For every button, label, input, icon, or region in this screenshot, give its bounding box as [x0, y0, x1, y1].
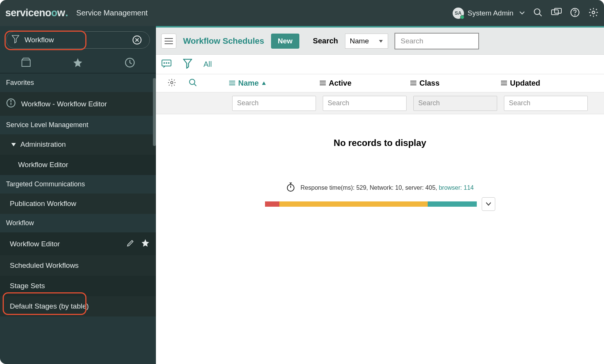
perf-widget: Response time(ms): 529, Network: 10, ser… — [265, 182, 495, 211]
slm-workflow-editor[interactable]: Workflow Editor — [0, 155, 156, 175]
personalize-gear-icon[interactable] — [167, 78, 176, 89]
gear-icon[interactable] — [588, 7, 599, 19]
perf-text: Response time(ms): 529, Network: 10, ser… — [300, 184, 439, 191]
nav-filter-box[interactable] — [6, 31, 150, 49]
nav-tab-all[interactable] — [13, 58, 39, 68]
main-frame: Workflow Schedules New Search Name All — [156, 26, 604, 364]
servicenow-logo: servicenoow. — [5, 7, 68, 19]
chevron-down-icon — [519, 10, 525, 17]
logo-dot-icon: . — [65, 7, 68, 19]
search-icon[interactable] — [533, 8, 543, 19]
col-search-name[interactable] — [232, 96, 316, 111]
col-header-name[interactable]: Name — [229, 79, 320, 88]
logo-text-a: serviceno — [5, 7, 51, 19]
wf-section-header: Workflow — [0, 214, 156, 232]
logo-text-w: w — [57, 7, 65, 19]
nav-scrollbar[interactable] — [153, 78, 156, 146]
avatar: SA — [453, 8, 464, 19]
list-title: Workflow Schedules — [183, 36, 264, 46]
app-title: Service Management — [76, 9, 148, 17]
list-header: Workflow Schedules New Search Name — [156, 28, 604, 55]
empty-state: No records to display — [156, 138, 604, 148]
favorites-section-header: Favorites — [0, 73, 156, 92]
col-header-updated[interactable]: Updated — [501, 79, 592, 88]
search-label: Search — [313, 37, 338, 45]
perf-browser-link[interactable]: browser: 114 — [439, 184, 474, 191]
col-header-class[interactable]: Class — [410, 79, 501, 88]
info-icon — [6, 98, 16, 110]
svg-line-1 — [539, 14, 542, 16]
svg-point-5 — [575, 14, 575, 15]
wf-editor-label: Workflow Editor — [10, 240, 60, 248]
svg-point-18 — [166, 63, 167, 63]
col-menu-icon — [410, 79, 416, 88]
slm-section-header: Service Level Management — [0, 116, 156, 134]
col-search-updated[interactable] — [504, 96, 588, 111]
nav-tab-strip — [0, 52, 156, 73]
left-nav: Favorites Workflow - Workflow Editor Ser… — [0, 26, 156, 364]
col-class-label: Class — [419, 79, 439, 88]
caret-down-icon — [11, 143, 16, 146]
search-input-wrap — [395, 33, 479, 49]
user-menu[interactable]: SA System Admin — [453, 8, 525, 19]
list-menu-button[interactable] — [161, 34, 176, 49]
slm-admin-row[interactable]: Administration — [0, 134, 156, 155]
perf-text-line: Response time(ms): 529, Network: 10, ser… — [286, 182, 474, 194]
search-field-select[interactable]: Name — [345, 34, 388, 49]
new-button[interactable]: New — [271, 34, 299, 49]
filter-row — [0, 26, 156, 52]
list-toolbar: All — [156, 55, 604, 74]
col-search-active[interactable] — [323, 96, 407, 111]
perf-bar — [265, 201, 477, 207]
breadcrumb-all[interactable]: All — [203, 60, 212, 69]
global-banner: servicenoow. Service Management SA Syste… — [0, 0, 604, 26]
wf-default-stages-module[interactable]: Default Stages (by table) — [0, 296, 156, 316]
perf-seg-browser — [428, 201, 477, 207]
col-name-label: Name — [238, 79, 259, 88]
clear-filter-button[interactable] — [130, 35, 144, 45]
wf-stage-sets-module[interactable]: Stage Sets — [0, 276, 156, 296]
col-search-class[interactable] — [413, 96, 497, 111]
svg-point-20 — [171, 81, 173, 84]
tc-publication-workflow[interactable]: Publication Workflow — [0, 194, 156, 214]
svg-point-12 — [11, 101, 11, 101]
filter-icon — [12, 35, 19, 45]
user-name: System Admin — [468, 9, 513, 17]
svg-point-19 — [168, 63, 169, 63]
col-menu-icon — [229, 79, 235, 88]
banner-icon-group — [533, 7, 599, 19]
tc-section-header: Targeted Communications — [0, 175, 156, 194]
col-header-active[interactable]: Active — [320, 79, 410, 88]
nav-filter-input[interactable] — [24, 35, 125, 45]
filter-funnel-icon[interactable] — [183, 59, 192, 70]
chat-icon[interactable] — [551, 8, 562, 18]
star-icon[interactable] — [141, 238, 150, 249]
nav-tab-favorites[interactable] — [65, 57, 91, 68]
nav-tab-history[interactable] — [117, 57, 143, 68]
col-active-label: Active — [329, 79, 351, 88]
column-search-icon[interactable] — [188, 78, 197, 89]
column-header-row: Name Active Class Updated — [156, 74, 604, 92]
activity-stream-icon[interactable] — [161, 59, 172, 70]
favorite-item[interactable]: Workflow - Workflow Editor — [0, 92, 156, 116]
perf-seg-server — [279, 201, 427, 207]
select-caret-icon — [379, 37, 383, 45]
logo-text-o: o — [51, 7, 57, 19]
wf-scheduled-module[interactable]: Scheduled Workflows — [0, 255, 156, 276]
search-input[interactable] — [395, 34, 478, 49]
edit-icon[interactable] — [126, 239, 135, 249]
col-updated-label: Updated — [510, 79, 540, 88]
column-search-row — [156, 92, 604, 114]
svg-line-22 — [194, 84, 196, 86]
svg-point-17 — [164, 63, 165, 63]
col-menu-icon — [320, 79, 326, 88]
favorite-label: Workflow - Workflow Editor — [21, 100, 107, 108]
stopwatch-icon — [286, 182, 295, 194]
perf-expand-button[interactable] — [482, 197, 495, 211]
svg-rect-8 — [22, 60, 30, 66]
search-field-value: Name — [350, 37, 369, 45]
help-icon[interactable] — [570, 8, 580, 19]
svg-point-0 — [534, 9, 540, 14]
wf-editor-module[interactable]: Workflow Editor — [0, 232, 156, 255]
col-menu-icon — [501, 79, 507, 88]
